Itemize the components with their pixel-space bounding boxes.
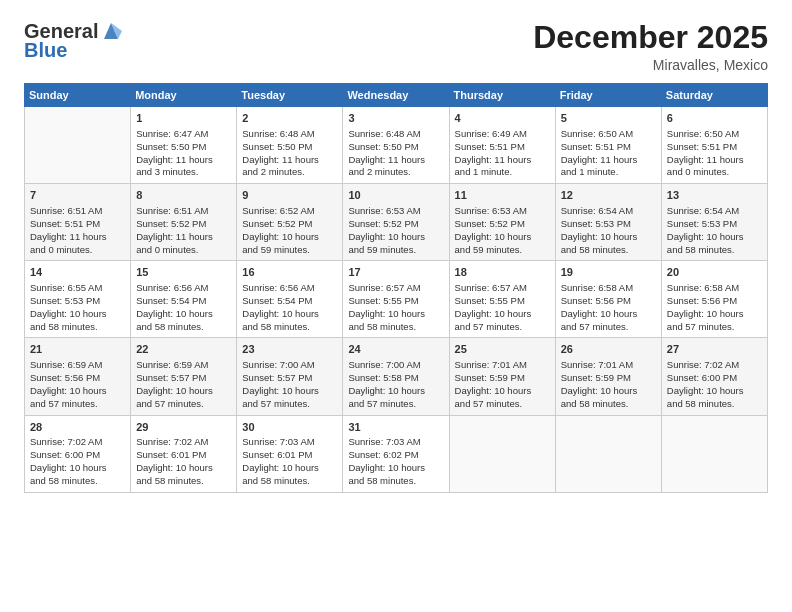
calendar-cell: 3Sunrise: 6:48 AMSunset: 5:50 PMDaylight… — [343, 107, 449, 184]
day-number: 20 — [667, 265, 762, 280]
day-info-line: and 2 minutes. — [348, 166, 443, 179]
day-info-line: Sunrise: 6:57 AM — [348, 282, 443, 295]
day-info-line: and 57 minutes. — [136, 398, 231, 411]
calendar-cell — [449, 415, 555, 492]
day-info-line: Daylight: 10 hours — [455, 308, 550, 321]
day-info-line: Sunrise: 6:59 AM — [30, 359, 125, 372]
day-info-line: Sunrise: 6:49 AM — [455, 128, 550, 141]
day-info-line: Sunset: 6:00 PM — [667, 372, 762, 385]
calendar-cell: 5Sunrise: 6:50 AMSunset: 5:51 PMDaylight… — [555, 107, 661, 184]
calendar-cell: 23Sunrise: 7:00 AMSunset: 5:57 PMDayligh… — [237, 338, 343, 415]
weekday-header: Thursday — [449, 84, 555, 107]
calendar-cell: 30Sunrise: 7:03 AMSunset: 6:01 PMDayligh… — [237, 415, 343, 492]
calendar-cell: 1Sunrise: 6:47 AMSunset: 5:50 PMDaylight… — [131, 107, 237, 184]
day-info-line: Sunset: 5:51 PM — [455, 141, 550, 154]
day-info-line: Daylight: 10 hours — [30, 385, 125, 398]
calendar-cell: 14Sunrise: 6:55 AMSunset: 5:53 PMDayligh… — [25, 261, 131, 338]
calendar-cell: 15Sunrise: 6:56 AMSunset: 5:54 PMDayligh… — [131, 261, 237, 338]
day-info-line: and 59 minutes. — [455, 244, 550, 257]
day-info-line: Sunrise: 6:54 AM — [667, 205, 762, 218]
day-info-line: Daylight: 10 hours — [667, 385, 762, 398]
day-info-line: and 58 minutes. — [30, 321, 125, 334]
day-info-line: Sunrise: 6:50 AM — [561, 128, 656, 141]
day-number: 29 — [136, 420, 231, 435]
calendar-table: SundayMondayTuesdayWednesdayThursdayFrid… — [24, 83, 768, 492]
calendar-cell: 31Sunrise: 7:03 AMSunset: 6:02 PMDayligh… — [343, 415, 449, 492]
day-info-line: Sunset: 5:52 PM — [455, 218, 550, 231]
day-info-line: and 58 minutes. — [30, 475, 125, 488]
day-info-line: Sunrise: 6:53 AM — [348, 205, 443, 218]
day-info-line: Sunrise: 6:56 AM — [136, 282, 231, 295]
day-info-line: Sunset: 6:00 PM — [30, 449, 125, 462]
day-info-line: Daylight: 10 hours — [561, 385, 656, 398]
calendar-cell: 21Sunrise: 6:59 AMSunset: 5:56 PMDayligh… — [25, 338, 131, 415]
day-info-line: Sunrise: 6:58 AM — [667, 282, 762, 295]
day-number: 27 — [667, 342, 762, 357]
calendar-cell: 9Sunrise: 6:52 AMSunset: 5:52 PMDaylight… — [237, 184, 343, 261]
day-info-line: Daylight: 11 hours — [667, 154, 762, 167]
day-info-line: and 57 minutes. — [242, 398, 337, 411]
day-info-line: Sunset: 5:54 PM — [136, 295, 231, 308]
day-info-line: Sunset: 5:50 PM — [348, 141, 443, 154]
day-info-line: Sunrise: 6:47 AM — [136, 128, 231, 141]
day-info-line: and 0 minutes. — [30, 244, 125, 257]
weekday-header: Friday — [555, 84, 661, 107]
day-info-line: and 58 minutes. — [242, 475, 337, 488]
day-info-line: Daylight: 10 hours — [30, 308, 125, 321]
day-info-line: Sunrise: 6:56 AM — [242, 282, 337, 295]
weekday-header: Sunday — [25, 84, 131, 107]
day-info-line: Daylight: 11 hours — [136, 231, 231, 244]
day-info-line: Sunset: 5:57 PM — [242, 372, 337, 385]
title-block: December 2025 Miravalles, Mexico — [533, 20, 768, 73]
day-info-line: Daylight: 10 hours — [348, 231, 443, 244]
day-info-line: Sunset: 5:54 PM — [242, 295, 337, 308]
day-info-line: Sunrise: 7:03 AM — [242, 436, 337, 449]
day-info-line: and 58 minutes. — [348, 475, 443, 488]
day-number: 16 — [242, 265, 337, 280]
day-info-line: Sunrise: 7:00 AM — [242, 359, 337, 372]
day-info-line: Sunset: 5:53 PM — [561, 218, 656, 231]
day-info-line: Sunrise: 7:03 AM — [348, 436, 443, 449]
calendar-cell: 12Sunrise: 6:54 AMSunset: 5:53 PMDayligh… — [555, 184, 661, 261]
day-info-line: Sunset: 6:02 PM — [348, 449, 443, 462]
day-info-line: Sunrise: 6:54 AM — [561, 205, 656, 218]
day-info-line: Daylight: 10 hours — [136, 385, 231, 398]
day-info-line: Sunset: 5:51 PM — [30, 218, 125, 231]
calendar-body: 1Sunrise: 6:47 AMSunset: 5:50 PMDaylight… — [25, 107, 768, 492]
day-info-line: Sunset: 5:52 PM — [242, 218, 337, 231]
day-info-line: and 57 minutes. — [30, 398, 125, 411]
day-info-line: Sunset: 5:57 PM — [136, 372, 231, 385]
day-info-line: Daylight: 10 hours — [242, 231, 337, 244]
day-number: 1 — [136, 111, 231, 126]
day-info-line: Sunrise: 6:48 AM — [242, 128, 337, 141]
day-info-line: and 57 minutes. — [561, 321, 656, 334]
day-info-line: Sunrise: 6:50 AM — [667, 128, 762, 141]
day-info-line: and 57 minutes. — [348, 398, 443, 411]
day-number: 13 — [667, 188, 762, 203]
day-number: 9 — [242, 188, 337, 203]
day-info-line: Sunset: 6:01 PM — [136, 449, 231, 462]
day-info-line: Sunset: 5:53 PM — [30, 295, 125, 308]
day-info-line: Sunset: 5:50 PM — [242, 141, 337, 154]
day-info-line: and 58 minutes. — [561, 398, 656, 411]
day-info-line: Daylight: 11 hours — [455, 154, 550, 167]
day-info-line: and 58 minutes. — [561, 244, 656, 257]
weekday-header: Monday — [131, 84, 237, 107]
logo: General Blue — [24, 20, 122, 62]
day-info-line: Sunset: 5:56 PM — [30, 372, 125, 385]
month-title: December 2025 — [533, 20, 768, 55]
day-info-line: Daylight: 10 hours — [242, 308, 337, 321]
day-info-line: Sunrise: 7:00 AM — [348, 359, 443, 372]
day-number: 8 — [136, 188, 231, 203]
day-info-line: Sunset: 5:51 PM — [561, 141, 656, 154]
day-info-line: and 0 minutes. — [667, 166, 762, 179]
day-number: 19 — [561, 265, 656, 280]
day-info-line: Sunrise: 6:53 AM — [455, 205, 550, 218]
day-info-line: Daylight: 10 hours — [348, 308, 443, 321]
day-info-line: Sunrise: 6:48 AM — [348, 128, 443, 141]
day-info-line: and 58 minutes. — [667, 244, 762, 257]
calendar-header: SundayMondayTuesdayWednesdayThursdayFrid… — [25, 84, 768, 107]
day-info-line: Daylight: 10 hours — [136, 308, 231, 321]
calendar-cell: 20Sunrise: 6:58 AMSunset: 5:56 PMDayligh… — [661, 261, 767, 338]
calendar-cell: 18Sunrise: 6:57 AMSunset: 5:55 PMDayligh… — [449, 261, 555, 338]
